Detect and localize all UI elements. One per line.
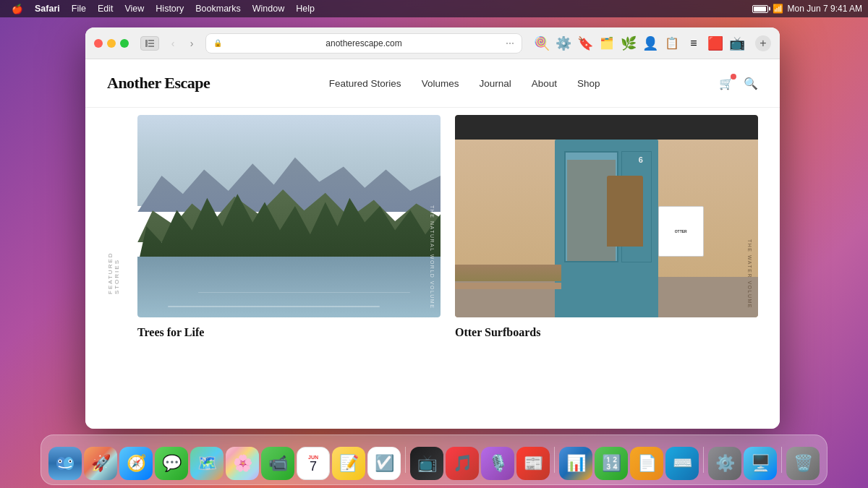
dock-photos[interactable]: 🌸 bbox=[226, 447, 259, 480]
browser-window: ‹ › 🔒 anotherescape.com ⋯ 🍭 ⚙️ 🔖 🗂️ 🌿 👤 … bbox=[85, 27, 780, 429]
dock-system-prefs[interactable]: ⚙️ bbox=[708, 447, 741, 480]
dock-notes[interactable]: 📝 bbox=[332, 447, 365, 480]
browser-toolbar: ‹ › 🔒 anotherescape.com ⋯ 🍭 ⚙️ 🔖 🗂️ 🌿 👤 … bbox=[85, 27, 780, 59]
site-menu: Featured Stories Volumes Journal About S… bbox=[329, 78, 600, 89]
dock-xcode[interactable]: ⌨️ bbox=[665, 447, 699, 480]
dock: 🚀 🧭 💬 🗺️ 🌸 📹 JUN 7 📝 ☑️ 📺 🎵 bbox=[41, 435, 827, 485]
svg-rect-1 bbox=[148, 40, 154, 41]
nav-arrows: ‹ › bbox=[165, 36, 200, 51]
minimize-button[interactable] bbox=[107, 39, 116, 48]
menubar-window[interactable]: Window bbox=[247, 4, 290, 14]
svg-point-10 bbox=[69, 461, 71, 462]
url-text: anotherescape.com bbox=[226, 38, 501, 48]
dock-separator-4 bbox=[781, 447, 782, 473]
menubar-right: 📶 Mon Jun 7 9:41 AM bbox=[752, 4, 862, 14]
extension-10[interactable]: 📺 bbox=[728, 34, 746, 53]
dock-finder[interactable] bbox=[48, 447, 82, 480]
extension-1[interactable]: 🍭 bbox=[532, 34, 551, 53]
website-content: Another Escape Featured Stories Volumes … bbox=[85, 59, 780, 429]
extension-3[interactable]: 🔖 bbox=[576, 34, 595, 53]
menubar-bookmarks[interactable]: Bookmarks bbox=[190, 4, 247, 14]
card-2-image-wrap[interactable]: 6 OTTER bbox=[455, 115, 758, 317]
volume-label-1: THE NATURAL WORLD VOLUME bbox=[430, 205, 435, 309]
menubar-file[interactable]: File bbox=[66, 4, 92, 14]
nav-shop[interactable]: Shop bbox=[577, 78, 600, 89]
dock-safari[interactable]: 🧭 bbox=[119, 447, 153, 480]
dock-messages[interactable]: 💬 bbox=[155, 447, 188, 480]
dock-music[interactable]: 🎵 bbox=[446, 447, 479, 480]
volume-label-2: THE WATER VOLUME bbox=[747, 239, 752, 309]
dock-appletv[interactable]: 📺 bbox=[410, 447, 443, 480]
dock-separator-1 bbox=[405, 447, 406, 473]
url-bar[interactable]: 🔒 anotherescape.com ⋯ bbox=[205, 33, 522, 53]
back-button[interactable]: ‹ bbox=[165, 36, 181, 51]
dock-calendar[interactable]: JUN 7 bbox=[297, 447, 330, 480]
dock-separator-3 bbox=[703, 447, 704, 473]
nav-about[interactable]: About bbox=[532, 78, 557, 89]
dock-reminders[interactable]: ☑️ bbox=[367, 447, 401, 480]
reload-button[interactable]: ⋯ bbox=[506, 38, 514, 48]
nav-featured-stories[interactable]: Featured Stories bbox=[329, 78, 401, 89]
site-actions: 🛒 🔍 bbox=[719, 77, 758, 90]
dock-screensaver[interactable]: 🖥️ bbox=[744, 447, 777, 480]
sidebar-toggle-button[interactable] bbox=[140, 36, 159, 51]
extension-4[interactable]: 🗂️ bbox=[597, 34, 616, 53]
svg-point-9 bbox=[59, 461, 61, 462]
dock-trash[interactable]: 🗑️ bbox=[786, 447, 820, 480]
cart-badge bbox=[731, 74, 736, 80]
dock-numbers[interactable]: 🔢 bbox=[595, 447, 628, 480]
lock-icon: 🔒 bbox=[213, 39, 222, 47]
menubar-edit[interactable]: Edit bbox=[92, 4, 119, 14]
card-trees-for-life: THE NATURAL WORLD VOLUME Trees for Life bbox=[137, 115, 441, 408]
card-1-image-wrap[interactable]: THE NATURAL WORLD VOLUME bbox=[137, 115, 441, 317]
dock-podcasts[interactable]: 🎙️ bbox=[481, 447, 514, 480]
wifi-icon: 📶 bbox=[773, 4, 783, 14]
menubar: 🍎 Safari File Edit View History Bookmark… bbox=[0, 0, 868, 17]
extension-6[interactable]: 👤 bbox=[641, 34, 660, 53]
toolbar-extensions: 🍭 ⚙️ 🔖 🗂️ 🌿 👤 📋 ≡ 🟥 📺 bbox=[532, 34, 746, 53]
nav-journal[interactable]: Journal bbox=[479, 78, 511, 89]
dock-keynote[interactable]: 📊 bbox=[559, 447, 592, 480]
card-1-title: Trees for Life bbox=[137, 326, 441, 339]
dock-news[interactable]: 📰 bbox=[516, 447, 550, 480]
card-2-title: Otter Surfboards bbox=[455, 326, 758, 339]
dock-maps[interactable]: 🗺️ bbox=[190, 447, 224, 480]
svg-rect-2 bbox=[148, 43, 154, 44]
close-button[interactable] bbox=[94, 39, 103, 48]
menubar-view[interactable]: View bbox=[119, 4, 150, 14]
search-icon[interactable]: 🔍 bbox=[744, 77, 758, 90]
dock-facetime[interactable]: 📹 bbox=[261, 447, 294, 480]
main-content: FEATURED STORIES bbox=[85, 108, 780, 423]
nav-volumes[interactable]: Volumes bbox=[422, 78, 459, 89]
svg-rect-0 bbox=[145, 40, 148, 47]
dock-pages[interactable]: 📄 bbox=[630, 447, 663, 480]
extension-9[interactable]: 🟥 bbox=[706, 34, 725, 53]
svg-rect-3 bbox=[148, 46, 154, 47]
site-logo: Another Escape bbox=[107, 74, 210, 93]
traffic-lights bbox=[94, 39, 129, 48]
battery-icon bbox=[752, 5, 768, 13]
dock-launchpad[interactable]: 🚀 bbox=[84, 447, 117, 480]
card-otter-surfboards: 6 OTTER bbox=[455, 115, 758, 408]
menubar-history[interactable]: History bbox=[150, 4, 190, 14]
extension-8[interactable]: ≡ bbox=[684, 34, 703, 53]
cart-icon[interactable]: 🛒 bbox=[719, 77, 733, 90]
apple-menu[interactable]: 🍎 bbox=[6, 4, 29, 14]
featured-stories-label: FEATURED STORIES bbox=[107, 222, 120, 294]
extension-5[interactable]: 🌿 bbox=[619, 34, 638, 53]
extension-7[interactable]: 📋 bbox=[663, 34, 681, 53]
site-nav: Another Escape Featured Stories Volumes … bbox=[85, 59, 780, 108]
maximize-button[interactable] bbox=[120, 39, 129, 48]
menubar-app-name[interactable]: Safari bbox=[29, 4, 66, 14]
cards-row: THE NATURAL WORLD VOLUME Trees for Life bbox=[137, 108, 758, 408]
dock-separator-2 bbox=[554, 447, 555, 473]
forward-button[interactable]: › bbox=[184, 36, 200, 51]
menubar-time: Mon Jun 7 9:41 AM bbox=[788, 4, 862, 14]
new-tab-button[interactable]: + bbox=[755, 35, 771, 51]
extension-2[interactable]: ⚙️ bbox=[554, 34, 573, 53]
menubar-help[interactable]: Help bbox=[290, 4, 320, 14]
